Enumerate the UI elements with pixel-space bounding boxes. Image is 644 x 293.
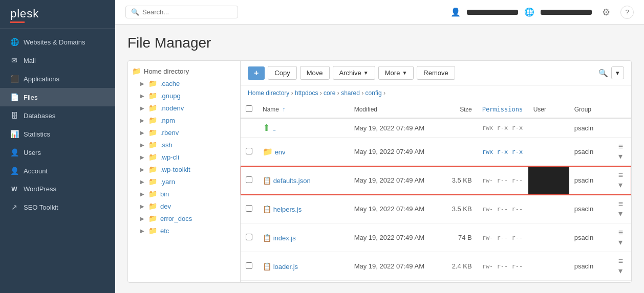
more-button[interactable]: More ▼ — [378, 66, 414, 80]
cell-modified: May 19, 2022 07:49 AM — [349, 118, 441, 138]
cell-actions: ≡ ▾ — [610, 281, 631, 283]
seo-icon: ↗ — [10, 203, 18, 211]
sidebar-item-applications[interactable]: ⬛ Applications — [0, 70, 115, 88]
tree-item-error-docs[interactable]: ▶ 📁 error_docs — [128, 212, 240, 224]
cell-user — [528, 195, 569, 223]
folder-icon: 📁 — [148, 79, 157, 87]
sidebar-item-mail[interactable]: ✉ Mail — [0, 51, 115, 70]
databases-icon: 🗄 — [10, 111, 18, 120]
tree-item-nodenv[interactable]: ▶ 📁 .nodenv — [128, 102, 240, 114]
tree-item-rbenv[interactable]: ▶ 📁 .rbenv — [128, 126, 240, 139]
tree-item-yarn[interactable]: ▶ 📁 .yarn — [128, 175, 240, 188]
file-name-link[interactable]: defaults.json — [273, 177, 311, 185]
sidebar-item-files[interactable]: 📄 Files — [0, 88, 115, 106]
sidebar-item-statistics[interactable]: 📊 Statistics — [0, 125, 115, 143]
sidebar-item-databases[interactable]: 🗄 Databases — [0, 106, 115, 125]
breadcrumb-sep: › — [383, 89, 385, 97]
archive-button[interactable]: Archive ▼ — [333, 66, 375, 80]
sidebar-item-label: Applications — [24, 75, 59, 83]
file-table-wrap: Name ↑ Modified Size Permissions User Gr… — [241, 101, 631, 282]
toolbar-search-icon[interactable]: 🔍 — [598, 69, 608, 78]
col-header-name[interactable]: Name ↑ — [257, 101, 349, 118]
col-header-permissions[interactable]: Permissions — [477, 101, 528, 118]
file-icon: 📋 — [263, 205, 271, 213]
folder-icon: 📁 — [148, 104, 157, 112]
col-header-modified[interactable]: Modified — [349, 101, 441, 118]
breadcrumb-config[interactable]: config — [366, 89, 382, 97]
tree-item-bin[interactable]: ▶ 📁 bin — [128, 188, 240, 200]
tree-item-label: .cache — [160, 80, 180, 87]
row-context-menu-button[interactable]: ≡ ▾ — [615, 227, 626, 248]
sidebar-item-seo[interactable]: ↗ SEO Toolkit — [0, 198, 115, 216]
go-up-link[interactable]: .. — [272, 125, 276, 132]
move-button[interactable]: Move — [300, 66, 330, 80]
tree-item-etc[interactable]: ▶ 📁 etc — [128, 224, 240, 237]
tree-item-gnupg[interactable]: ▶ 📁 .gnupg — [128, 89, 240, 102]
tree-item-wpcli[interactable]: ▶ 📁 .wp-cli — [128, 151, 240, 163]
row-context-menu-button[interactable]: ≡ ▾ — [615, 256, 626, 277]
breadcrumb: Home directory › httpdocs › core › share… — [241, 85, 631, 101]
file-name-link[interactable]: loader.js — [273, 263, 298, 271]
row-checkbox[interactable] — [246, 176, 252, 183]
file-name-link[interactable]: env — [275, 148, 286, 156]
cell-user — [528, 223, 569, 252]
breadcrumb-shared[interactable]: shared — [341, 89, 360, 97]
breadcrumb-home[interactable]: Home directory — [248, 89, 289, 97]
chevron-right-icon: ▶ — [140, 191, 145, 197]
sidebar-item-websites[interactable]: 🌐 Websites & Domains — [0, 33, 115, 51]
table-row: 📋 helpers.js May 19, 2022 07:49 AM 3.5 K… — [241, 195, 631, 223]
toolbar-collapse-button[interactable]: ▾ — [611, 66, 624, 79]
toolbar: + Copy Move Archive ▼ More ▼ Remove 🔍 ▾ — [241, 61, 631, 85]
cell-actions — [610, 118, 631, 138]
sidebar-item-users[interactable]: 👤 Users — [0, 143, 115, 162]
col-header-actions — [610, 101, 631, 118]
cell-modified: May 19, 2022 07:49 AM — [349, 281, 441, 283]
select-all-checkbox[interactable] — [246, 105, 252, 112]
cell-actions: ≡ ▾ — [610, 166, 631, 195]
tree-item-label: .wp-toolkit — [160, 166, 190, 173]
cell-user — [528, 166, 569, 195]
file-name-link[interactable]: helpers.js — [273, 206, 302, 213]
tree-root[interactable]: 📁 Home directory — [128, 65, 240, 77]
help-icon[interactable]: ? — [620, 6, 634, 19]
tree-item-npm[interactable]: ▶ 📁 .npm — [128, 114, 240, 126]
col-header-group[interactable]: Group — [569, 101, 610, 118]
tree-item-ssh[interactable]: ▶ 📁 .ssh — [128, 139, 240, 151]
tree-item-dev[interactable]: ▶ 📁 dev — [128, 200, 240, 212]
cell-user — [528, 138, 569, 166]
search-input[interactable] — [142, 8, 224, 16]
more-label: More — [385, 69, 400, 77]
breadcrumb-httpdocs[interactable]: httpdocs — [295, 89, 318, 97]
row-context-menu-button[interactable]: ≡ ▾ — [615, 198, 626, 219]
row-checkbox[interactable] — [246, 234, 252, 240]
add-button[interactable]: + — [248, 66, 265, 80]
user-dropdown-button[interactable] — [467, 10, 518, 15]
tree-item-cache[interactable]: ▶ 📁 .cache — [128, 77, 240, 89]
tree-item-label: .ssh — [160, 141, 173, 149]
row-context-menu-button[interactable]: ≡ ▾ — [615, 141, 626, 162]
archive-label: Archive — [339, 69, 361, 77]
file-name-link[interactable]: index.js — [273, 234, 296, 242]
account-dropdown-button[interactable] — [541, 10, 592, 15]
breadcrumb-core[interactable]: core — [324, 89, 335, 97]
chevron-right-icon: ▶ — [140, 204, 145, 209]
remove-button[interactable]: Remove — [417, 66, 455, 80]
row-checkbox[interactable] — [246, 148, 252, 154]
tree-item-label: .yarn — [160, 178, 175, 186]
copy-button[interactable]: Copy — [268, 66, 296, 80]
chevron-right-icon: ▶ — [140, 93, 145, 99]
cell-size: 3.3 KB — [441, 281, 477, 283]
col-header-size[interactable]: Size — [441, 101, 477, 118]
row-checkbox[interactable] — [246, 262, 252, 269]
col-header-user[interactable]: User — [528, 101, 569, 118]
row-context-menu-button[interactable]: ≡ ▾ — [615, 170, 626, 191]
row-checkbox[interactable] — [246, 205, 252, 212]
tree-item-wptoolkit[interactable]: ▶ 📁 .wp-toolkit — [128, 163, 240, 175]
extensions-icon[interactable]: ⚙ — [598, 5, 614, 20]
sidebar-item-account[interactable]: 👤 Account — [0, 162, 115, 180]
chevron-right-icon: ▶ — [140, 216, 145, 221]
search-box[interactable]: 🔍 — [125, 6, 238, 18]
more-dropdown-arrow: ▼ — [402, 70, 407, 76]
sidebar-item-wordpress[interactable]: W WordPress — [0, 180, 115, 198]
root-folder-icon: 📁 — [132, 67, 141, 75]
